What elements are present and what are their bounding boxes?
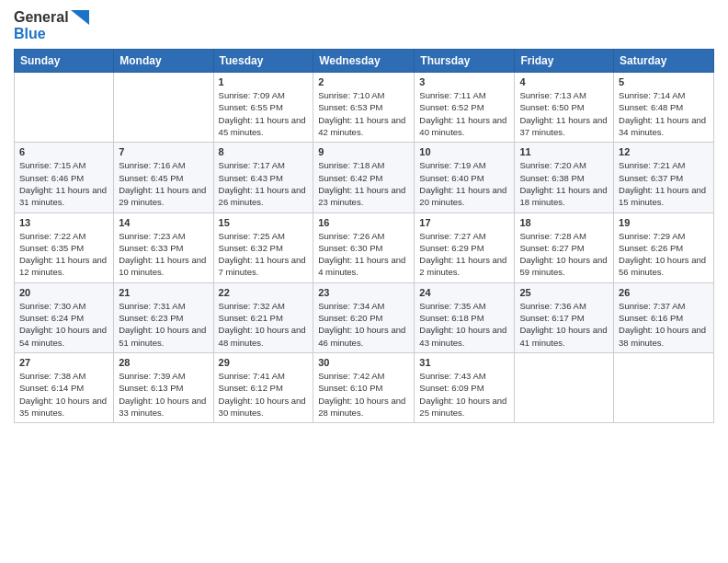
day-detail: Sunrise: 7:34 AM Sunset: 6:20 PM Dayligh… — [318, 300, 409, 349]
day-detail: Sunrise: 7:15 AM Sunset: 6:46 PM Dayligh… — [19, 159, 108, 208]
day-number: 2 — [318, 76, 409, 87]
calendar-cell — [614, 352, 714, 422]
calendar-cell: 5Sunrise: 7:14 AM Sunset: 6:48 PM Daylig… — [614, 73, 714, 143]
day-number: 9 — [318, 146, 409, 157]
calendar-cell: 16Sunrise: 7:26 AM Sunset: 6:30 PM Dayli… — [313, 213, 415, 282]
calendar-cell: 14Sunrise: 7:23 AM Sunset: 6:33 PM Dayli… — [114, 213, 213, 282]
day-detail: Sunrise: 7:26 AM Sunset: 6:30 PM Dayligh… — [318, 230, 409, 279]
calendar-cell: 7Sunrise: 7:16 AM Sunset: 6:45 PM Daylig… — [114, 143, 213, 213]
svg-marker-0 — [71, 10, 89, 25]
day-number: 18 — [519, 217, 609, 228]
day-detail: Sunrise: 7:16 AM Sunset: 6:45 PM Dayligh… — [119, 159, 208, 208]
day-number: 10 — [419, 146, 509, 157]
calendar-cell: 12Sunrise: 7:21 AM Sunset: 6:37 PM Dayli… — [614, 143, 714, 213]
day-number: 6 — [19, 146, 108, 157]
day-detail: Sunrise: 7:42 AM Sunset: 6:10 PM Dayligh… — [318, 370, 409, 419]
calendar-cell: 17Sunrise: 7:27 AM Sunset: 6:29 PM Dayli… — [415, 213, 515, 282]
day-number: 22 — [219, 287, 309, 298]
page: General Blue SundayMondayTuesdayWednesda… — [0, 0, 728, 432]
calendar-table: SundayMondayTuesdayWednesdayThursdayFrid… — [14, 49, 714, 423]
day-number: 29 — [219, 357, 309, 368]
day-detail: Sunrise: 7:35 AM Sunset: 6:18 PM Dayligh… — [419, 300, 509, 349]
calendar-cell: 28Sunrise: 7:39 AM Sunset: 6:13 PM Dayli… — [114, 352, 213, 422]
day-detail: Sunrise: 7:23 AM Sunset: 6:33 PM Dayligh… — [119, 230, 208, 279]
day-detail: Sunrise: 7:22 AM Sunset: 6:35 PM Dayligh… — [19, 230, 108, 279]
day-detail: Sunrise: 7:41 AM Sunset: 6:12 PM Dayligh… — [219, 370, 309, 419]
calendar-cell: 30Sunrise: 7:42 AM Sunset: 6:10 PM Dayli… — [313, 352, 415, 422]
logo-arrow-icon — [71, 10, 89, 25]
calendar-cell: 1Sunrise: 7:09 AM Sunset: 6:55 PM Daylig… — [213, 73, 313, 143]
day-detail: Sunrise: 7:38 AM Sunset: 6:14 PM Dayligh… — [19, 370, 108, 419]
calendar-cell: 19Sunrise: 7:29 AM Sunset: 6:26 PM Dayli… — [614, 213, 714, 282]
day-number: 19 — [619, 217, 709, 228]
day-number: 26 — [619, 287, 709, 298]
day-detail: Sunrise: 7:17 AM Sunset: 6:43 PM Dayligh… — [219, 159, 309, 208]
day-detail: Sunrise: 7:36 AM Sunset: 6:17 PM Dayligh… — [519, 300, 609, 349]
calendar-cell — [114, 73, 213, 143]
calendar-cell: 2Sunrise: 7:10 AM Sunset: 6:53 PM Daylig… — [313, 73, 415, 143]
calendar-cell: 11Sunrise: 7:20 AM Sunset: 6:38 PM Dayli… — [515, 143, 614, 213]
day-number: 30 — [318, 357, 409, 368]
calendar-cell: 3Sunrise: 7:11 AM Sunset: 6:52 PM Daylig… — [415, 73, 515, 143]
day-number: 31 — [419, 357, 509, 368]
calendar-cell — [515, 352, 614, 422]
calendar-cell: 13Sunrise: 7:22 AM Sunset: 6:35 PM Dayli… — [15, 213, 114, 282]
day-detail: Sunrise: 7:14 AM Sunset: 6:48 PM Dayligh… — [619, 89, 709, 138]
weekday-header-wednesday: Wednesday — [313, 50, 415, 73]
day-number: 21 — [119, 287, 208, 298]
header: General Blue — [14, 9, 714, 41]
calendar-cell — [15, 73, 114, 143]
day-number: 28 — [119, 357, 208, 368]
week-row-1: 1Sunrise: 7:09 AM Sunset: 6:55 PM Daylig… — [15, 73, 714, 143]
day-number: 17 — [419, 217, 509, 228]
day-detail: Sunrise: 7:27 AM Sunset: 6:29 PM Dayligh… — [419, 230, 509, 279]
week-row-5: 27Sunrise: 7:38 AM Sunset: 6:14 PM Dayli… — [15, 352, 714, 422]
day-number: 4 — [519, 76, 609, 87]
day-detail: Sunrise: 7:32 AM Sunset: 6:21 PM Dayligh… — [219, 300, 309, 349]
calendar-cell: 27Sunrise: 7:38 AM Sunset: 6:14 PM Dayli… — [15, 352, 114, 422]
day-detail: Sunrise: 7:31 AM Sunset: 6:23 PM Dayligh… — [119, 300, 208, 349]
day-detail: Sunrise: 7:25 AM Sunset: 6:32 PM Dayligh… — [219, 230, 309, 279]
calendar-cell: 6Sunrise: 7:15 AM Sunset: 6:46 PM Daylig… — [15, 143, 114, 213]
day-number: 11 — [519, 146, 609, 157]
calendar-cell: 21Sunrise: 7:31 AM Sunset: 6:23 PM Dayli… — [114, 282, 213, 352]
calendar-cell: 25Sunrise: 7:36 AM Sunset: 6:17 PM Dayli… — [515, 282, 614, 352]
day-number: 1 — [219, 76, 309, 87]
calendar-cell: 29Sunrise: 7:41 AM Sunset: 6:12 PM Dayli… — [213, 352, 313, 422]
day-detail: Sunrise: 7:09 AM Sunset: 6:55 PM Dayligh… — [219, 89, 309, 138]
day-number: 5 — [619, 76, 709, 87]
logo-general-text: General — [14, 9, 69, 26]
calendar-cell: 15Sunrise: 7:25 AM Sunset: 6:32 PM Dayli… — [213, 213, 313, 282]
day-detail: Sunrise: 7:39 AM Sunset: 6:13 PM Dayligh… — [119, 370, 208, 419]
logo: General Blue — [14, 9, 89, 41]
calendar-cell: 4Sunrise: 7:13 AM Sunset: 6:50 PM Daylig… — [515, 73, 614, 143]
weekday-header-monday: Monday — [114, 50, 213, 73]
calendar-cell: 9Sunrise: 7:18 AM Sunset: 6:42 PM Daylig… — [313, 143, 415, 213]
weekday-header-friday: Friday — [515, 50, 614, 73]
calendar-cell: 26Sunrise: 7:37 AM Sunset: 6:16 PM Dayli… — [614, 282, 714, 352]
day-detail: Sunrise: 7:13 AM Sunset: 6:50 PM Dayligh… — [519, 89, 609, 138]
day-detail: Sunrise: 7:19 AM Sunset: 6:40 PM Dayligh… — [419, 159, 509, 208]
weekday-header-sunday: Sunday — [15, 50, 114, 73]
calendar-cell: 18Sunrise: 7:28 AM Sunset: 6:27 PM Dayli… — [515, 213, 614, 282]
weekday-header-tuesday: Tuesday — [213, 50, 313, 73]
weekday-header-saturday: Saturday — [614, 50, 714, 73]
calendar-cell: 8Sunrise: 7:17 AM Sunset: 6:43 PM Daylig… — [213, 143, 313, 213]
day-number: 12 — [619, 146, 709, 157]
calendar-cell: 10Sunrise: 7:19 AM Sunset: 6:40 PM Dayli… — [415, 143, 515, 213]
day-detail: Sunrise: 7:30 AM Sunset: 6:24 PM Dayligh… — [19, 300, 108, 349]
calendar-cell: 23Sunrise: 7:34 AM Sunset: 6:20 PM Dayli… — [313, 282, 415, 352]
logo-blue-text: Blue — [14, 26, 89, 42]
day-number: 7 — [119, 146, 208, 157]
weekday-header-thursday: Thursday — [415, 50, 515, 73]
day-detail: Sunrise: 7:20 AM Sunset: 6:38 PM Dayligh… — [519, 159, 609, 208]
day-detail: Sunrise: 7:29 AM Sunset: 6:26 PM Dayligh… — [619, 230, 709, 279]
day-number: 3 — [419, 76, 509, 87]
day-detail: Sunrise: 7:28 AM Sunset: 6:27 PM Dayligh… — [519, 230, 609, 279]
day-number: 25 — [519, 287, 609, 298]
day-number: 8 — [219, 146, 309, 157]
day-detail: Sunrise: 7:11 AM Sunset: 6:52 PM Dayligh… — [419, 89, 509, 138]
calendar-cell: 24Sunrise: 7:35 AM Sunset: 6:18 PM Dayli… — [415, 282, 515, 352]
day-number: 14 — [119, 217, 208, 228]
day-number: 20 — [19, 287, 108, 298]
